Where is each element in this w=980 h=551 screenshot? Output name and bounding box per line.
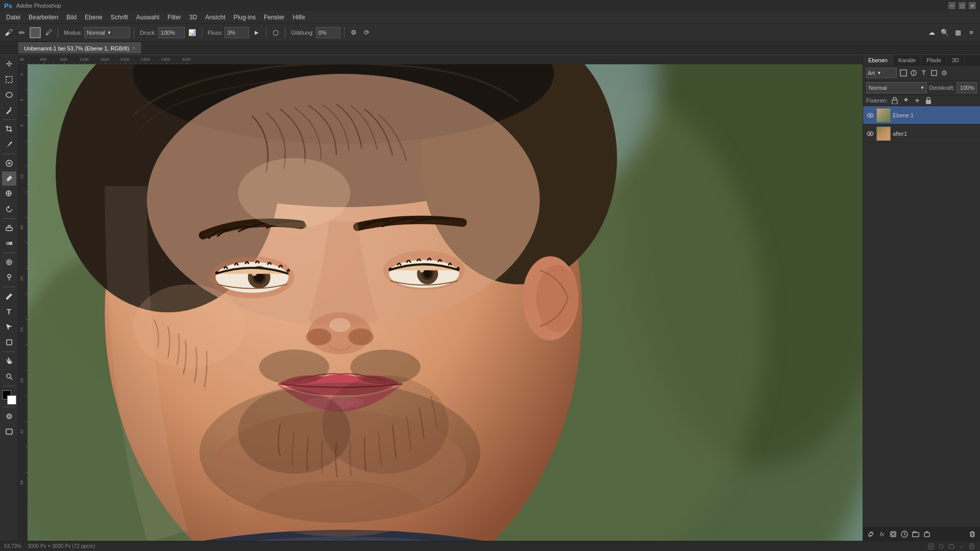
status-icon4[interactable] — [958, 542, 966, 550]
menu-filter[interactable]: Filter — [163, 13, 185, 22]
airbrush-toggle[interactable]: ⬡ — [270, 27, 281, 38]
canvas-area: 30 400 800 1200 1600 2000 2400 2800 3200 — [18, 55, 863, 541]
svg-text:1200: 1200 — [80, 57, 89, 62]
tool-select-rect[interactable] — [2, 72, 16, 87]
layers-link-icon[interactable] — [866, 530, 875, 539]
toolbar-brush-icon[interactable]: 🖌 — [3, 27, 14, 38]
image-canvas[interactable] — [28, 64, 863, 541]
tool-move[interactable] — [2, 57, 16, 71]
menu-auswahl[interactable]: Auswahl — [132, 13, 163, 22]
menu-fenster[interactable]: Fenster — [260, 13, 289, 22]
fluss-icon[interactable]: ▶ — [251, 27, 262, 38]
tool-gradient[interactable] — [2, 236, 16, 251]
blend-mode-dropdown[interactable]: Normal ▼ — [866, 82, 927, 93]
lock-pixels-icon[interactable] — [891, 96, 899, 105]
tool-clone[interactable] — [2, 187, 16, 201]
tab-pfade[interactable]: Pfade — [921, 55, 947, 65]
tool-text[interactable]: T — [2, 305, 16, 319]
tool-quickmask[interactable] — [2, 409, 16, 423]
layer-type-shape-icon[interactable] — [929, 68, 939, 78]
glaettung-input[interactable] — [316, 27, 340, 38]
search-icon[interactable]: 🔍 — [939, 27, 950, 38]
color-swatches[interactable] — [2, 390, 16, 405]
druck-input[interactable] — [158, 27, 185, 38]
menu-3d[interactable]: 3D — [185, 13, 201, 22]
tool-magic-wand[interactable] — [2, 103, 16, 117]
menu-ansicht[interactable]: Ansicht — [201, 13, 229, 22]
close-button[interactable]: ✕ — [969, 2, 976, 9]
minimize-button[interactable]: ─ — [948, 2, 955, 9]
tool-brush[interactable] — [2, 171, 16, 186]
layout-icon[interactable]: ▦ — [952, 27, 964, 38]
status-icon5[interactable] — [968, 542, 976, 550]
modus-dropdown[interactable]: Normal ▼ — [84, 27, 130, 38]
menu-schrift[interactable]: Schrift — [107, 13, 132, 22]
tool-zoom[interactable] — [2, 369, 16, 384]
tool-heal[interactable] — [2, 156, 16, 170]
layer-after1-visibility[interactable] — [866, 130, 874, 138]
lock-position-icon[interactable] — [902, 96, 910, 105]
titlebar-left: Ps Adobe Photoshop — [4, 2, 61, 10]
layers-fx-icon[interactable]: fx — [877, 530, 887, 539]
status-icon2[interactable] — [937, 542, 945, 550]
opacity-input[interactable] — [957, 82, 977, 93]
tool-path-select[interactable] — [2, 320, 16, 334]
layer-ebene1[interactable]: Ebene 1 — [863, 106, 980, 124]
svg-text:8: 8 — [19, 124, 24, 127]
tool-eyedropper[interactable] — [2, 137, 16, 152]
menu-datei[interactable]: Datei — [2, 13, 24, 22]
layers-delete-icon[interactable] — [968, 530, 977, 539]
settings-icon[interactable]: ⚙ — [348, 27, 359, 38]
tool-crop[interactable] — [2, 122, 16, 136]
extra-icon[interactable]: ≡ — [966, 27, 977, 38]
layer-type-smart-icon[interactable] — [940, 68, 949, 78]
tab-3d[interactable]: 3D — [947, 55, 965, 65]
document-tab[interactable]: Unbenannt-1 bei 53,7% (Ebene 1, RGB/8) × — [18, 42, 141, 54]
tab-ebenen[interactable]: Ebenen — [863, 55, 893, 65]
tools-sep1 — [3, 119, 15, 120]
lock-all-icon[interactable] — [924, 96, 933, 105]
status-icon1[interactable] — [927, 542, 935, 550]
layer-type-pixel-icon[interactable] — [899, 68, 908, 78]
toolbar-airbrush-icon[interactable]: 🖊 — [43, 27, 54, 38]
fluss-input[interactable] — [225, 27, 249, 38]
layers-group-icon[interactable] — [911, 530, 920, 539]
toolbar: 🖌 ✏ 🖊 Modus: Normal ▼ Druck: 📊 Fluss: ▶ … — [0, 23, 980, 42]
cloud-icon[interactable]: ☁ — [926, 27, 937, 38]
tool-history[interactable] — [2, 202, 16, 216]
layer-type-adjust-icon[interactable] — [909, 68, 918, 78]
menu-ebene[interactable]: Ebene — [81, 13, 107, 22]
tool-eraser[interactable] — [2, 221, 16, 235]
tool-shape[interactable] — [2, 335, 16, 349]
angle-icon[interactable]: ⟳ — [361, 27, 373, 38]
menu-plugins[interactable]: Plug-ins — [230, 13, 260, 22]
art-dropdown[interactable]: Art ▼ — [866, 68, 897, 78]
tool-hand[interactable] — [2, 354, 16, 368]
layer-type-text-icon[interactable]: T — [919, 68, 928, 78]
menu-bild[interactable]: Bild — [62, 13, 81, 22]
background-color[interactable] — [7, 395, 16, 405]
layers-mask-icon[interactable] — [889, 530, 898, 539]
tool-lasso[interactable] — [2, 88, 16, 102]
menu-hilfe[interactable]: Hilfe — [289, 13, 309, 22]
tool-screenmode[interactable] — [2, 424, 16, 439]
tabbar: Unbenannt-1 bei 53,7% (Ebene 1, RGB/8) × — [0, 42, 980, 54]
layer-ebene1-visibility[interactable] — [866, 111, 874, 119]
layer-after1[interactable]: after1 — [863, 124, 980, 143]
toolbar-brush3-icon[interactable] — [30, 27, 41, 38]
tab-kanaele[interactable]: Kanäle — [893, 55, 921, 65]
status-icon3[interactable] — [947, 542, 955, 550]
svg-rect-8 — [6, 228, 12, 231]
layers-adjustment-icon[interactable] — [900, 530, 909, 539]
lock-artboard-icon[interactable] — [913, 96, 921, 105]
svg-rect-0 — [6, 77, 12, 83]
maximize-button[interactable]: □ — [959, 2, 966, 9]
tool-pen[interactable] — [2, 289, 16, 304]
tab-close-icon[interactable]: × — [132, 45, 135, 51]
druck-icon[interactable]: 📊 — [187, 27, 198, 38]
tool-blur[interactable] — [2, 255, 16, 269]
toolbar-brush2-icon[interactable]: ✏ — [16, 27, 28, 38]
layers-new-icon[interactable] — [922, 530, 932, 539]
tool-dodge[interactable] — [2, 270, 16, 285]
menu-bearbeiten[interactable]: Bearbeiten — [24, 13, 62, 22]
